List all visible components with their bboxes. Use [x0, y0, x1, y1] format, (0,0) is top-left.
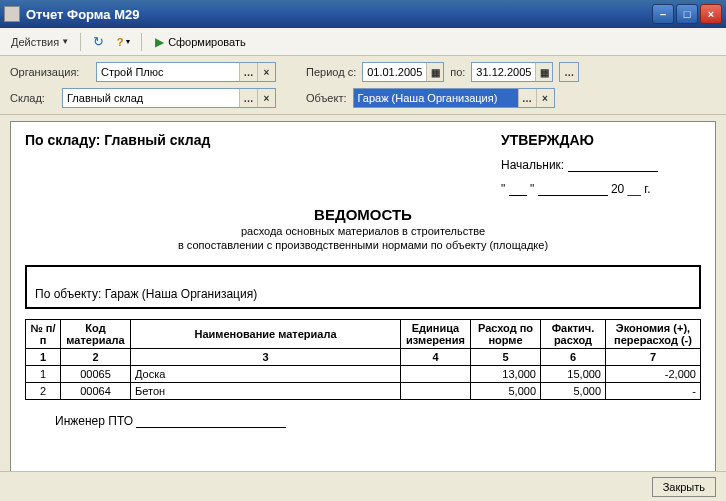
colnum: 2 [61, 349, 131, 366]
day-line [509, 184, 527, 196]
refresh-icon: ↻ [93, 34, 104, 49]
select-button[interactable]: … [239, 89, 257, 107]
period-from-input[interactable]: 01.01.2005 ▦ [362, 62, 444, 82]
col-unit: Единица измерения [401, 320, 471, 349]
materials-table: № п/п Код материала Наименование материа… [25, 319, 701, 400]
cell-code: 00065 [61, 366, 131, 383]
date-row: " " 20 __ г. [501, 182, 701, 196]
period-from-value: 01.01.2005 [363, 63, 426, 81]
clear-button[interactable]: × [536, 89, 554, 107]
help-button[interactable]: ? ▼ [113, 31, 135, 53]
engineer-label: Инженер ПТО [55, 414, 133, 428]
col-econ: Экономия (+), перерасход (-) [606, 320, 701, 349]
signature-row: Инженер ПТО [25, 414, 701, 428]
col-name: Наименование материала [131, 320, 401, 349]
cell-name: Бетон [131, 383, 401, 400]
cell-fact: 5,000 [541, 383, 606, 400]
table-header-row: № п/п Код материала Наименование материа… [26, 320, 701, 349]
period-to-value: 31.12.2005 [472, 63, 535, 81]
window-title: Отчет Форма М29 [26, 7, 652, 22]
colnum: 7 [606, 349, 701, 366]
cell-unit [401, 366, 471, 383]
generate-button[interactable]: ▶ Сформировать [148, 32, 253, 52]
close-label: Закрыть [663, 481, 705, 493]
app-icon [4, 6, 20, 22]
colnum: 6 [541, 349, 606, 366]
colnum: 1 [26, 349, 61, 366]
chief-signature-line [568, 160, 658, 172]
chief-row: Начальник: [501, 158, 701, 172]
play-icon: ▶ [155, 35, 164, 49]
cell-econ: - [606, 383, 701, 400]
question-icon: ? [117, 36, 124, 48]
calendar-button[interactable]: ▦ [426, 63, 443, 81]
cell-code: 00064 [61, 383, 131, 400]
period-label: Период с: [306, 66, 356, 78]
cell-norm: 13,000 [471, 366, 541, 383]
object-input[interactable]: Гараж (Наша Организация) … × [353, 88, 555, 108]
table-row: 1 00065 Доска 13,000 15,000 -2,000 [26, 366, 701, 383]
close-window-button[interactable]: × [700, 4, 722, 24]
approve-heading: УТВЕРЖДАЮ [501, 132, 701, 148]
colnum: 5 [471, 349, 541, 366]
footer-bar: Закрыть [0, 471, 726, 501]
org-input[interactable]: Строй Плюс … × [96, 62, 276, 82]
close-button[interactable]: Закрыть [652, 477, 716, 497]
clear-button[interactable]: × [257, 63, 275, 81]
separator [141, 33, 142, 51]
cell-num: 1 [26, 366, 61, 383]
cell-num: 2 [26, 383, 61, 400]
chief-label: Начальник: [501, 158, 564, 172]
report-content[interactable]: По складу: Главный склад УТВЕРЖДАЮ Начал… [10, 121, 716, 491]
period-to-label: по: [450, 66, 465, 78]
table-colnum-row: 1 2 3 4 5 6 7 [26, 349, 701, 366]
maximize-button[interactable]: □ [676, 4, 698, 24]
cell-fact: 15,000 [541, 366, 606, 383]
engineer-signature-line [136, 416, 286, 428]
select-button[interactable]: … [239, 63, 257, 81]
col-code: Код материала [61, 320, 131, 349]
chevron-down-icon: ▼ [125, 38, 132, 45]
actions-label: Действия [11, 36, 59, 48]
org-value: Строй Плюс [97, 63, 239, 81]
month-line [538, 184, 608, 196]
refresh-button[interactable]: ↻ [87, 31, 109, 53]
chevron-down-icon: ▼ [61, 37, 69, 46]
cell-norm: 5,000 [471, 383, 541, 400]
cell-econ: -2,000 [606, 366, 701, 383]
doc-title: ВЕДОМОСТЬ [25, 206, 701, 223]
cell-unit [401, 383, 471, 400]
by-object-label: По объекту: Гараж (Наша Организация) [35, 287, 257, 301]
params-panel: Организация: Строй Плюс … × Период с: 01… [0, 56, 726, 115]
cell-name: Доска [131, 366, 401, 383]
select-button[interactable]: … [518, 89, 536, 107]
year-tail: 20 __ г. [611, 182, 651, 196]
clear-button[interactable]: × [257, 89, 275, 107]
warehouse-input[interactable]: Главный склад … × [62, 88, 276, 108]
doc-title-block: ВЕДОМОСТЬ расхода основных материалов в … [25, 206, 701, 251]
table-row: 2 00064 Бетон 5,000 5,000 - [26, 383, 701, 400]
colnum: 3 [131, 349, 401, 366]
doc-subtitle2: в сопоставлении с производственными норм… [25, 239, 701, 251]
period-to-input[interactable]: 31.12.2005 ▦ [471, 62, 553, 82]
col-norm: Расход по норме [471, 320, 541, 349]
actions-menu[interactable]: Действия ▼ [6, 33, 74, 51]
generate-label: Сформировать [168, 36, 246, 48]
object-value: Гараж (Наша Организация) [354, 89, 518, 107]
colnum: 4 [401, 349, 471, 366]
by-warehouse-heading: По складу: Главный склад [25, 132, 210, 196]
org-label: Организация: [10, 66, 90, 78]
calendar-button[interactable]: ▦ [535, 63, 552, 81]
window-titlebar: Отчет Форма М29 – □ × [0, 0, 726, 28]
object-box: По объекту: Гараж (Наша Организация) [25, 265, 701, 309]
doc-subtitle1: расхода основных материалов в строительс… [25, 225, 701, 237]
warehouse-label: Склад: [10, 92, 56, 104]
period-picker-button[interactable]: … [559, 62, 579, 82]
minimize-button[interactable]: – [652, 4, 674, 24]
object-label: Объект: [306, 92, 347, 104]
toolbar: Действия ▼ ↻ ? ▼ ▶ Сформировать [0, 28, 726, 56]
warehouse-value: Главный склад [63, 89, 239, 107]
col-num: № п/п [26, 320, 61, 349]
separator [80, 33, 81, 51]
col-fact: Фактич. расход [541, 320, 606, 349]
